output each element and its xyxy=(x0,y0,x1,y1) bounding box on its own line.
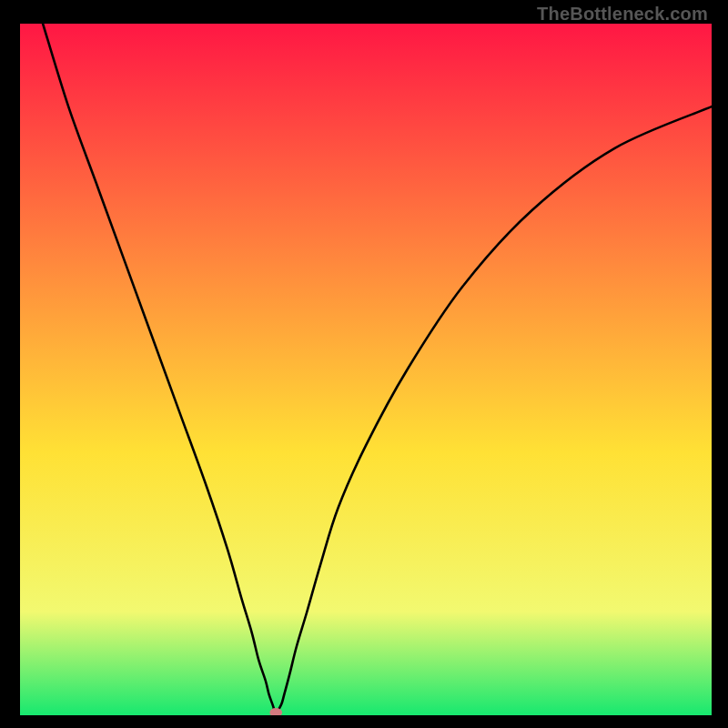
attribution-label: TheBottleneck.com xyxy=(537,4,708,25)
chart-frame: TheBottleneck.com xyxy=(0,0,728,728)
bottleneck-chart xyxy=(20,24,712,715)
plot-background xyxy=(20,24,712,715)
